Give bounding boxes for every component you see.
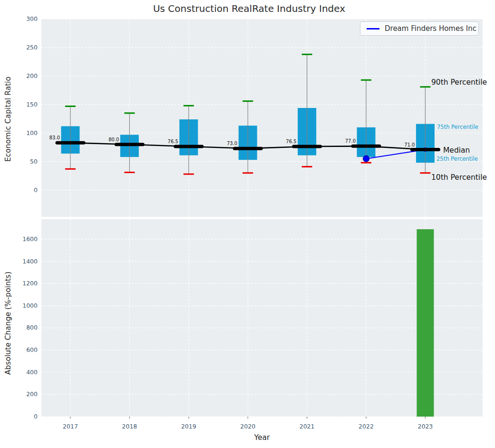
x-tick-label: 2020 bbox=[233, 422, 263, 431]
top-y-tick-label: 150 bbox=[13, 100, 38, 109]
annotation-25th-percentile: 25th Percentile bbox=[437, 156, 478, 162]
legend-line-sample bbox=[367, 28, 379, 29]
boxplot-2019 bbox=[179, 106, 198, 174]
boxplot-2020 bbox=[239, 101, 257, 173]
median-value-label: 83.0 bbox=[38, 135, 60, 141]
bottom-y-tick-label: 1000 bbox=[13, 302, 38, 310]
legend-label: Dream Finders Homes Inc bbox=[385, 24, 476, 33]
bottom-y-tick-label: 600 bbox=[13, 346, 38, 354]
boxplot-2017 bbox=[61, 106, 80, 169]
median-value-label: 73.0 bbox=[215, 140, 237, 146]
bottom-y-tick-label: 400 bbox=[13, 368, 38, 377]
top-y-tick-label: 50 bbox=[13, 157, 38, 166]
median-value-label: 76.5 bbox=[156, 138, 178, 145]
annotation-75th-percentile: 75th Percentile bbox=[437, 124, 478, 130]
x-tick-label: 2018 bbox=[114, 422, 145, 431]
change-bar-2023 bbox=[417, 229, 434, 417]
top-y-tick-label: 100 bbox=[13, 129, 38, 137]
chart-canvas bbox=[0, 0, 495, 448]
top-y-tick-label: 0 bbox=[13, 186, 38, 195]
bottom-y-tick-label: 800 bbox=[13, 323, 38, 332]
bottom-y-tick-label: 1200 bbox=[13, 279, 38, 288]
top-y-tick-label: 300 bbox=[13, 15, 38, 23]
x-tick-label: 2023 bbox=[410, 422, 440, 431]
top-y-tick-label: 250 bbox=[13, 43, 38, 52]
annotation-90th-percentile: 90th Percentile bbox=[431, 78, 487, 87]
median-value-label: 77.0 bbox=[334, 138, 356, 144]
bottom-y-axis-label: Absolute Change (%-points) bbox=[4, 272, 12, 375]
boxplot-2023 bbox=[416, 87, 435, 173]
boxplot-2022 bbox=[357, 80, 376, 163]
x-tick-label: 2022 bbox=[351, 422, 381, 431]
median-value-label: 76.5 bbox=[275, 138, 297, 145]
top-y-axis-label: Economic Capital Ratio bbox=[4, 77, 12, 162]
bottom-y-tick-label: 200 bbox=[13, 390, 38, 399]
legend: Dream Finders Homes Inc bbox=[360, 21, 479, 36]
top-y-tick-label: 200 bbox=[13, 72, 38, 80]
bottom-y-tick-label: 1400 bbox=[13, 257, 38, 266]
annotation-median: Median bbox=[443, 146, 470, 155]
annotation-10th-percentile: 10th Percentile bbox=[431, 173, 487, 182]
x-tick-label: 2021 bbox=[292, 422, 322, 431]
boxplot-2021 bbox=[298, 54, 316, 166]
bottom-y-tick-label: 0 bbox=[13, 412, 38, 421]
x-tick-label: 2017 bbox=[55, 422, 86, 431]
bottom-y-tick-label: 1600 bbox=[13, 235, 38, 243]
x-tick-label: 2019 bbox=[174, 422, 204, 431]
median-value-label: 71.0 bbox=[393, 142, 415, 148]
x-axis-label: Year bbox=[41, 433, 483, 442]
median-value-label: 80.0 bbox=[97, 136, 119, 143]
company-point-2022 bbox=[363, 156, 369, 162]
chart-title: Us Construction RealRate Industry Index bbox=[29, 3, 470, 14]
boxplot-2018 bbox=[120, 113, 139, 173]
